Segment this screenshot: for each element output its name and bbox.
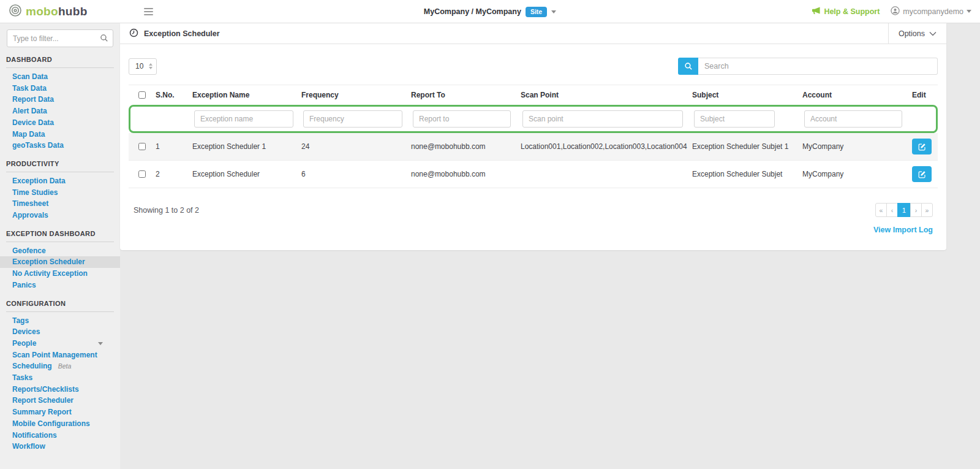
- pagination-page-1-button[interactable]: 1: [897, 203, 911, 217]
- sidebar-item-mobile-configurations[interactable]: Mobile Configurations: [0, 418, 120, 430]
- cell-subject: Exception Scheduler Subjet: [692, 170, 802, 178]
- section-title: DASHBOARD: [0, 56, 120, 63]
- sidebar-section-exception-dashboard: EXCEPTION DASHBOARD Geofence Exception S…: [0, 230, 120, 291]
- site-badge: Site: [526, 7, 547, 17]
- sidebar-item-devices[interactable]: Devices: [0, 326, 120, 338]
- section-title: EXCEPTION DASHBOARD: [0, 230, 120, 237]
- select-all-checkbox[interactable]: [138, 91, 146, 99]
- sidebar-item-no-activity-exception[interactable]: No Activity Exception: [0, 268, 120, 280]
- col-scan-point: Scan Point: [521, 91, 692, 99]
- col-sno: S.No.: [156, 91, 192, 99]
- hamburger-menu-icon[interactable]: [144, 8, 153, 15]
- exception-scheduler-panel: Exception Scheduler Options 10: [120, 23, 946, 250]
- clock-icon: [129, 28, 138, 39]
- pagination-prev-button[interactable]: ‹: [886, 203, 898, 217]
- chevron-down-icon: [98, 342, 103, 345]
- cell-account: MyCompany: [802, 170, 912, 178]
- filter-frequency-input[interactable]: [303, 110, 402, 128]
- company-breadcrumb: MyCompany / MyCompany: [424, 7, 521, 16]
- page-title: Exception Scheduler: [129, 28, 220, 39]
- sidebar-item-panics[interactable]: Panics: [0, 280, 120, 291]
- sidebar-item-scan-data[interactable]: Scan Data: [0, 71, 120, 83]
- username-label: mycompanydemo: [903, 7, 963, 16]
- cell-subject: Exception Scheduler Subjet 1: [692, 142, 802, 151]
- edit-button[interactable]: [912, 139, 932, 154]
- chevron-down-icon[interactable]: [551, 10, 556, 13]
- sidebar-item-time-studies[interactable]: Time Studies: [0, 187, 120, 199]
- chevron-down-icon: [967, 10, 971, 13]
- search-button[interactable]: [678, 58, 698, 75]
- sidebar-item-exception-scheduler[interactable]: Exception Scheduler: [0, 256, 120, 268]
- sidebar-item-tags[interactable]: Tags: [0, 315, 120, 327]
- sidebar-item-reports-checklists[interactable]: Reports/Checklists: [0, 384, 120, 395]
- sidebar-filter-input[interactable]: [7, 29, 113, 47]
- view-import-log-link[interactable]: View Import Log: [873, 226, 933, 234]
- cell-scan-point: Location001,Location002,Location003,Loca…: [521, 142, 692, 151]
- cell-frequency: 6: [301, 170, 411, 178]
- sidebar-item-report-data[interactable]: Report Data: [0, 94, 120, 105]
- search-input[interactable]: [698, 58, 938, 75]
- sidebar-item-tasks[interactable]: Tasks: [0, 372, 120, 384]
- page-size-selector[interactable]: 10: [129, 58, 157, 75]
- options-button[interactable]: Options: [888, 23, 946, 44]
- cell-frequency: 24: [301, 142, 411, 151]
- row-checkbox[interactable]: [138, 170, 146, 178]
- col-edit: Edit: [912, 91, 938, 99]
- sidebar-item-timesheet[interactable]: Timesheet: [0, 198, 120, 210]
- filter-account-input[interactable]: [804, 110, 902, 128]
- filter-subject-input[interactable]: [694, 110, 775, 128]
- sidebar-item-alert-data[interactable]: Alert Data: [0, 105, 120, 117]
- table-row: 2 Exception Scheduler 6 none@mobohubb.co…: [129, 161, 938, 188]
- logo-icon: [9, 4, 22, 20]
- sidebar-item-people[interactable]: People: [0, 338, 120, 349]
- pagination-next-button[interactable]: ›: [910, 203, 922, 217]
- sidebar-item-map-data[interactable]: Map Data: [0, 129, 120, 140]
- cell-sno: 1: [156, 142, 192, 151]
- user-icon: [891, 6, 900, 17]
- sidebar-item-notifications[interactable]: Notifications: [0, 430, 120, 441]
- pagination-last-button[interactable]: »: [921, 203, 933, 217]
- user-menu[interactable]: mycompanydemo: [891, 6, 971, 17]
- search-icon: [100, 34, 108, 45]
- app-logo[interactable]: mobohubb: [9, 4, 88, 20]
- cell-account: MyCompany: [802, 142, 912, 151]
- row-checkbox[interactable]: [138, 143, 146, 150]
- table-row: 1 Exception Scheduler 1 24 none@mobohubb…: [129, 133, 938, 161]
- sidebar-item-approvals[interactable]: Approvals: [0, 210, 120, 221]
- section-title: CONFIGURATION: [0, 300, 120, 307]
- sidebar-item-device-data[interactable]: Device Data: [0, 117, 120, 129]
- sidebar-item-geofence[interactable]: Geofence: [0, 245, 120, 257]
- topbar: mobohubb MyCompany / MyCompany Site Help…: [0, 0, 980, 23]
- filter-exception-name-input[interactable]: [194, 110, 293, 128]
- col-frequency: Frequency: [301, 91, 411, 99]
- filter-report-to-input[interactable]: [413, 110, 511, 128]
- filter-scan-point-input[interactable]: [522, 110, 683, 128]
- pagination-first-button[interactable]: «: [875, 203, 887, 217]
- edit-button[interactable]: [912, 166, 932, 182]
- sidebar-item-summary-report[interactable]: Summary Report: [0, 406, 120, 418]
- beta-badge: Beta: [58, 362, 72, 370]
- sidebar-item-task-data[interactable]: Task Data: [0, 83, 120, 94]
- sidebar-item-scheduling[interactable]: Scheduling Beta: [0, 360, 120, 372]
- cell-report-to: none@mobohubb.com: [411, 170, 521, 178]
- sidebar-item-workflow[interactable]: Workflow: [0, 441, 120, 452]
- section-title: PRODUCTIVITY: [0, 160, 120, 167]
- col-subject: Subject: [692, 91, 802, 99]
- logo-wordmark: mobohubb: [26, 5, 88, 18]
- megaphone-icon: [812, 7, 821, 17]
- pagination: « ‹ 1 › »: [875, 203, 933, 217]
- spinner-arrows-icon[interactable]: [149, 63, 153, 69]
- sidebar-item-scan-point-management[interactable]: Scan Point Management: [0, 349, 120, 361]
- showing-entries-label: Showing 1 to 2 of 2: [134, 206, 199, 215]
- col-exception-name: Exception Name: [192, 91, 301, 99]
- sidebar-item-exception-data[interactable]: Exception Data: [0, 175, 120, 187]
- help-support-link[interactable]: Help & Support: [812, 7, 880, 17]
- sidebar-item-report-scheduler[interactable]: Report Scheduler: [0, 395, 120, 406]
- main-content: Exception Scheduler Options 10: [120, 23, 980, 469]
- sidebar-item-geotasks-data[interactable]: geoTasks Data: [0, 140, 120, 151]
- sidebar: DASHBOARD Scan Data Task Data Report Dat…: [0, 23, 120, 469]
- col-report-to: Report To: [411, 91, 521, 99]
- cell-exception-name: Exception Scheduler: [192, 170, 301, 178]
- sidebar-section-configuration: CONFIGURATION Tags Devices People Scan P…: [0, 300, 120, 452]
- cell-report-to: none@mobohubb.com: [411, 142, 521, 151]
